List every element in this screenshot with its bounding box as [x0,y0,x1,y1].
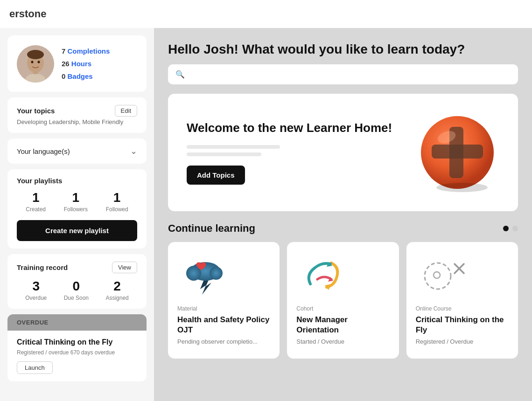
add-topics-button[interactable]: Add Topics [187,166,245,185]
course-name-2: New Manager Orientation [296,315,389,335]
due-soon-stat: 0 Due Soon [64,279,89,301]
course-icon-1 [177,251,233,298]
assigned-num: 2 [105,279,128,294]
profile-card: 7 Completions 26 Hours 0 Badges [7,35,147,92]
assigned-label: Assigned [105,295,128,301]
svg-point-15 [210,267,223,280]
course-icon-3 [416,251,472,298]
overdue-course-title: Critical Thinking on the Fly [17,338,137,346]
course-cards-row: Material Health and Safety Policy OJT Pe… [168,242,518,359]
svg-point-4 [27,50,44,59]
overdue-meta: Registered / overdue 670 days overdue [17,349,137,356]
overdue-card: OVERDUE Critical Thinking on the Fly Reg… [7,314,147,381]
continue-title: Continue learning [168,222,255,235]
course-type-2: Cohort [296,305,389,312]
search-input[interactable] [189,70,511,78]
training-title: Training record [17,263,68,271]
welcome-banner: Welcome to the new Learner Home! Add Top… [168,94,518,211]
continue-header: Continue learning [168,222,518,235]
chevron-down-icon: ⌄ [130,146,137,156]
topics-card: Your topics Edit Developing Leadership, … [7,97,147,133]
overdue-content: Critical Thinking on the Fly Registered … [7,331,147,381]
due-soon-num: 0 [64,279,89,294]
followed-stat: 1 Followed [106,190,128,213]
topics-subtitle: Developing Leadership, Mobile Friendly [17,118,137,125]
course-name-3: Critical Thinking on the Fly [416,315,509,335]
followed-label: Followed [106,206,128,213]
badges-stat: 0 Badges [62,70,110,83]
greeting: Hello Josh! What would you like to learn… [168,42,518,57]
followers-stat: 1 Followers [64,190,88,213]
followed-num: 1 [106,190,128,205]
overdue-section-label: OVERDUE [7,314,147,331]
course-type-1: Material [177,305,270,312]
create-playlist-button[interactable]: Create new playlist [17,220,137,241]
topics-title: Your topics [17,107,55,115]
course-type-3: Online Course [416,305,509,312]
course-card-1[interactable]: Material Health and Safety Policy OJT Pe… [168,242,280,359]
edit-topics-button[interactable]: Edit [115,105,137,117]
course-icon-2 [296,251,352,298]
view-training-button[interactable]: View [112,262,137,273]
created-num: 1 [26,190,46,205]
welcome-line-1 [187,145,280,149]
completions-stat: 7 Completions [62,45,110,57]
language-label: Your language(s) [17,147,70,155]
svg-point-5 [31,61,34,63]
training-stats: 3 Overdue 0 Due Soon 2 Assigned [17,279,137,301]
due-soon-label: Due Soon [64,295,89,301]
hours-stat: 26 Hours [62,57,110,70]
dot-inactive[interactable] [512,226,518,231]
welcome-left: Welcome to the new Learner Home! Add Top… [187,120,392,185]
topbar: erstone [0,0,532,28]
topics-header: Your topics Edit [17,105,137,117]
course-name-1: Health and Safety Policy OJT [177,315,270,335]
carousel-dots [503,226,518,231]
hours-link[interactable]: Hours [71,60,91,68]
welcome-title: Welcome to the new Learner Home! [187,120,392,136]
playlists-title: Your playlists [17,177,137,185]
course-status-3: Registered / Overdue [416,338,509,345]
sidebar: 7 Completions 26 Hours 0 Badges Your top… [0,28,154,401]
assigned-stat: 2 Assigned [105,279,128,301]
logo: erstone [9,8,46,20]
svg-point-20 [434,272,440,278]
training-header: Training record View [17,262,137,273]
followers-label: Followers [64,206,88,213]
course-status-1: Pending observer completio... [177,338,270,345]
created-stat: 1 Created [26,190,46,213]
created-label: Created [26,206,46,213]
welcome-line-2 [187,152,261,156]
overdue-num: 3 [25,279,47,294]
course-card-2[interactable]: Cohort New Manager Orientation Started /… [287,242,399,359]
course-card-3[interactable]: Online Course Critical Thinking on the F… [406,242,518,359]
launch-button[interactable]: Launch [17,361,53,374]
completions-link[interactable]: Completions [68,47,110,55]
main-content: Hello Josh! What would you like to learn… [154,28,532,401]
badges-link[interactable]: Badges [68,72,93,80]
followers-num: 1 [64,190,88,205]
avatar [17,45,54,83]
overdue-stat: 3 Overdue [25,279,47,301]
plus-icon-container [415,111,499,194]
plus-3d-icon [418,113,497,192]
dot-active[interactable] [503,226,509,231]
search-icon: 🔍 [175,70,185,79]
svg-point-8 [436,183,488,192]
svg-point-19 [425,263,451,289]
training-card: Training record View 3 Overdue 0 Due Soo… [7,254,147,309]
continue-section: Continue learning [168,222,518,359]
playlists-card: Your playlists 1 Created 1 Followers 1 F… [7,169,147,249]
language-card[interactable]: Your language(s) ⌄ [7,138,147,164]
profile-stats: 7 Completions 26 Hours 0 Badges [62,45,110,83]
course-status-2: Started / Overdue [296,338,389,345]
playlists-stats: 1 Created 1 Followers 1 Followed [17,190,137,213]
svg-point-6 [38,61,40,63]
search-bar: 🔍 [168,64,518,84]
welcome-lines [187,145,392,156]
overdue-label: Overdue [25,295,47,301]
